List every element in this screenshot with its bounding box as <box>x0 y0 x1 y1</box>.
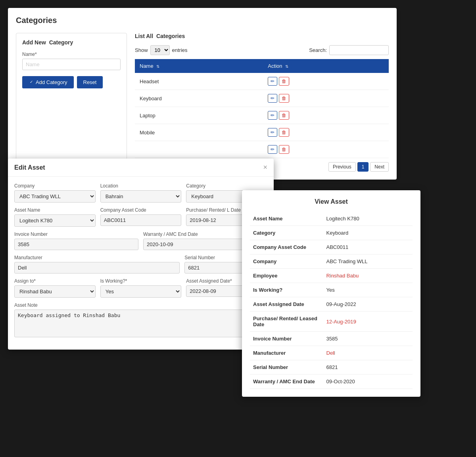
modal-header: Edit Asset × <box>8 159 274 177</box>
view-table-row: Purchase/ Rented/ Leased Date 12-Aug-201… <box>250 312 413 332</box>
add-category-button[interactable]: Add Category <box>22 76 74 88</box>
asset-name-field: Asset Name Logitech K780 <box>14 207 96 227</box>
view-asset-panel: View Asset Asset Name Logitech K780 Cate… <box>242 190 420 397</box>
assign-to-field: Assign to* Rinshad Babu <box>14 278 96 298</box>
delete-button[interactable]: 🗑 <box>279 145 289 154</box>
view-table-row: Invoice Number 3585 <box>250 332 413 346</box>
action-cell: ✏ 🗑 <box>263 90 389 107</box>
delete-button[interactable]: 🗑 <box>279 111 289 120</box>
row-manufacturer-serial: Manufacturer Serial Number <box>14 255 267 273</box>
view-value: ABC0011 <box>323 240 413 254</box>
view-value: ABC Trading WLL <box>323 254 413 269</box>
search-box: Search: <box>309 45 389 55</box>
row-assign-working-date: Assign to* Rinshad Babu Is Working?* Yes… <box>14 278 267 298</box>
entries-label: entries <box>172 47 188 53</box>
view-panel-title: View Asset <box>250 198 413 205</box>
edit-button[interactable]: ✏ <box>268 128 277 137</box>
view-label: Is Working? <box>250 283 323 297</box>
invoice-label: Invoice Number <box>14 231 138 237</box>
categories-table: Name ⇅ Action ⇅ Headset ✏ 🗑 <box>135 59 389 158</box>
delete-button[interactable]: 🗑 <box>279 77 289 86</box>
view-value: 12-Aug-2019 <box>323 312 413 332</box>
asset-note-field: Asset Note Keyboard assigned to Rinshad … <box>14 302 267 338</box>
action-buttons: ✏ 🗑 <box>268 77 384 86</box>
row-note: Asset Note Keyboard assigned to Rinshad … <box>14 302 267 338</box>
view-label: Manufacturer <box>250 346 323 360</box>
view-value: 09-Aug-2022 <box>323 297 413 312</box>
action-cell: ✏ 🗑 <box>263 73 389 90</box>
location-field: Location Bahrain <box>100 183 182 203</box>
reset-button[interactable]: Reset <box>77 76 103 88</box>
name-input[interactable] <box>22 59 121 70</box>
location-select[interactable]: Bahrain <box>100 190 182 203</box>
view-table-row: Is Working? Yes <box>250 283 413 297</box>
show-entries: Show 10 25 50 entries <box>135 45 188 55</box>
modal-body: Company ABC Trading WLL Location Bahrain… <box>8 177 274 350</box>
view-asset-table: Asset Name Logitech K780 Category Keyboa… <box>250 212 413 389</box>
edit-button[interactable]: ✏ <box>268 111 277 120</box>
delete-button[interactable]: 🗑 <box>279 128 289 137</box>
invoice-input[interactable] <box>14 239 138 250</box>
view-label: Company <box>250 254 323 269</box>
action-sort-icon[interactable]: ⇅ <box>285 64 288 69</box>
view-table-row: Asset Name Logitech K780 <box>250 212 413 226</box>
search-label: Search: <box>309 47 327 53</box>
category-name-cell: Headset <box>135 73 263 90</box>
row-invoice-warranty: Invoice Number Warranty / AMC End Date <box>14 231 267 250</box>
edit-button[interactable]: ✏ <box>268 145 277 154</box>
view-table-row: Warranty / AMC End Date 09-Oct-2020 <box>250 375 413 389</box>
manufacturer-input[interactable] <box>14 262 180 273</box>
view-label: Serial Number <box>250 360 323 375</box>
modal-close-button[interactable]: × <box>263 163 267 172</box>
name-sort-icon[interactable]: ⇅ <box>156 64 159 69</box>
view-table-row: Company ABC Trading WLL <box>250 254 413 269</box>
delete-button[interactable]: 🗑 <box>279 94 289 103</box>
company-select[interactable]: ABC Trading WLL <box>14 190 96 203</box>
pagination-next[interactable]: Next <box>370 162 389 172</box>
asset-name-select[interactable]: Logitech K780 <box>14 214 96 227</box>
view-value: 6821 <box>323 360 413 375</box>
assign-to-label: Assign to* <box>14 278 96 284</box>
company-asset-code-input[interactable] <box>100 214 182 226</box>
search-input[interactable] <box>329 45 389 55</box>
view-value: 3585 <box>323 332 413 346</box>
name-form-group: Name* <box>22 52 121 70</box>
view-label: Company Asset Code <box>250 240 323 254</box>
company-asset-code-label: Company Asset Code <box>100 207 182 213</box>
manufacturer-field: Manufacturer <box>14 255 180 273</box>
add-category-section: Add New Category Name* Add Category Rese… <box>16 33 127 172</box>
asset-note-textarea[interactable]: Keyboard assigned to Rinshad Babu <box>14 310 267 337</box>
assign-to-select[interactable]: Rinshad Babu <box>14 285 96 298</box>
row-asset-name-code-date: Asset Name Logitech K780 Company Asset C… <box>14 207 267 227</box>
view-value: Keyboard <box>323 226 413 240</box>
is-working-select[interactable]: Yes <box>100 285 182 298</box>
form-buttons: Add Category Reset <box>22 76 121 88</box>
view-value: Yes <box>323 283 413 297</box>
categories-panel: Categories Add New Category Name* Add Ca… <box>8 8 397 180</box>
category-name-cell <box>135 141 263 158</box>
view-table-row: Employee Rinshad Babu <box>250 269 413 283</box>
action-buttons: ✏ 🗑 <box>268 145 384 154</box>
asset-note-label: Asset Note <box>14 302 267 308</box>
action-cell: ✏ 🗑 <box>263 141 389 158</box>
view-table-row: Serial Number 6821 <box>250 360 413 375</box>
action-buttons: ✏ 🗑 <box>268 128 384 137</box>
company-field: Company ABC Trading WLL <box>14 183 96 203</box>
invoice-field: Invoice Number <box>14 231 138 250</box>
table-row: ✏ 🗑 <box>135 141 389 158</box>
view-label: Warranty / AMC End Date <box>250 375 323 389</box>
edit-asset-modal: Edit Asset × Company ABC Trading WLL Loc… <box>8 159 274 350</box>
pagination-page-1[interactable]: 1 <box>357 162 369 172</box>
table-controls: Show 10 25 50 entries Search: <box>135 45 389 55</box>
edit-button[interactable]: ✏ <box>268 94 277 103</box>
entries-select[interactable]: 10 25 50 <box>150 45 170 55</box>
add-category-heading: Add New Category <box>22 39 121 46</box>
view-table-row: Category Keyboard <box>250 226 413 240</box>
table-header-row: Name ⇅ Action ⇅ <box>135 59 389 73</box>
pagination-previous[interactable]: Previous <box>328 162 356 172</box>
action-buttons: ✏ 🗑 <box>268 94 384 103</box>
col-action: Action ⇅ <box>263 59 389 73</box>
category-name-cell: Mobile <box>135 124 263 141</box>
edit-button[interactable]: ✏ <box>268 77 277 86</box>
company-asset-code-field: Company Asset Code <box>100 207 182 227</box>
